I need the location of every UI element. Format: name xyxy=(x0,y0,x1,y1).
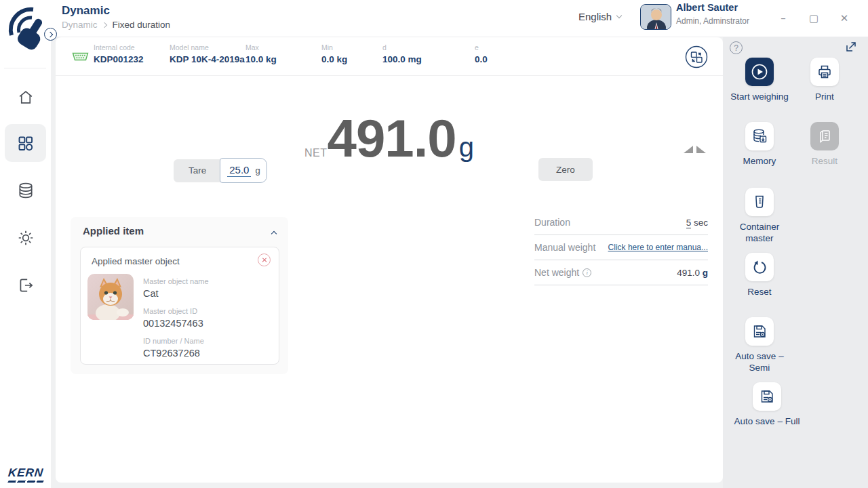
collapse-triangle-right-icon xyxy=(696,146,706,153)
minimize-button[interactable]: – xyxy=(774,9,792,27)
switch-device-button[interactable] xyxy=(685,45,708,68)
app-logo xyxy=(6,4,45,64)
action-label: Result xyxy=(791,156,859,167)
device-info-bar: Internal code KDP001232 Model name KDP 1… xyxy=(56,37,723,76)
logout-icon xyxy=(17,277,35,294)
reset-arrow-icon xyxy=(751,259,768,275)
action-label: Reset xyxy=(726,287,793,298)
tare-unit: g xyxy=(255,165,260,176)
breadcrumb-parent[interactable]: Dynamic xyxy=(62,20,98,30)
kern-brand-text: KERN xyxy=(7,466,44,480)
close-button[interactable]: ✕ xyxy=(835,9,853,27)
print-tile xyxy=(810,58,839,86)
kern-brand-underline xyxy=(7,481,44,483)
applied-master-object-title: Applied master object xyxy=(92,256,180,266)
beaker-icon xyxy=(751,194,768,210)
breadcrumb: Dynamic Fixed duration xyxy=(62,20,170,30)
expand-panel-button[interactable] xyxy=(845,41,857,56)
device-field-e: e 0.0 xyxy=(475,43,488,64)
action-container-master[interactable]: Container master xyxy=(723,188,796,245)
weight-display-area: NET491.0g xyxy=(56,85,723,200)
action-auto-save-semi[interactable]: Auto save – Semi xyxy=(723,317,796,374)
play-icon xyxy=(751,63,768,81)
net-weight-value: 491.0 xyxy=(677,268,700,278)
save-floppy-icon xyxy=(751,323,768,340)
tare-value[interactable]: 25.0 xyxy=(227,164,251,177)
duration-unit: sec xyxy=(694,218,708,228)
page-title: Dynamic xyxy=(62,4,110,18)
app-window: Dynamic Dynamic Fixed duration English A… xyxy=(0,0,868,488)
device-field-internal-code: Internal code KDP001232 xyxy=(94,43,144,64)
main-content-card: Internal code KDP001232 Model name KDP 1… xyxy=(56,37,723,483)
applied-item-collapse-button[interactable] xyxy=(272,226,276,239)
sidebar-item-apps[interactable] xyxy=(5,124,46,162)
zero-button[interactable]: Zero xyxy=(538,158,593,181)
action-print[interactable]: Print xyxy=(788,58,861,103)
switch-device-icon xyxy=(685,45,708,68)
save-floppy-icon xyxy=(759,388,775,405)
action-memory[interactable]: Memory xyxy=(723,122,796,167)
action-result: Result xyxy=(788,122,861,167)
collapse-display-button[interactable] xyxy=(684,146,706,153)
expand-icon xyxy=(845,41,857,53)
help-button[interactable]: ? xyxy=(730,41,743,54)
header: Dynamic Dynamic Fixed duration English A… xyxy=(51,0,868,37)
language-label: English xyxy=(578,11,612,22)
action-label: Container master xyxy=(726,222,793,245)
chevron-down-icon xyxy=(616,13,622,18)
tare-value-input[interactable]: 25.0 g xyxy=(220,158,267,183)
sidebar-item-home[interactable] xyxy=(5,78,46,116)
device-field-min: Min 0.0 kg xyxy=(321,43,347,64)
action-auto-save-full[interactable]: Auto save – Full xyxy=(723,382,811,428)
chevron-right-icon xyxy=(47,31,52,37)
device-field-model-name: Model name KDP 10K-4-2019a xyxy=(170,43,245,64)
apps-grid-icon xyxy=(16,134,35,152)
user-name: Albert Sauter xyxy=(676,2,738,13)
tare-control: Tare 25.0 g xyxy=(174,158,267,183)
maximize-button[interactable]: ▢ xyxy=(805,9,823,27)
home-icon xyxy=(17,89,35,106)
auto-save-full-tile xyxy=(753,382,781,411)
manual-weight-link[interactable]: Click here to enter manua... xyxy=(608,243,708,252)
duration-row: Duration 5 sec xyxy=(534,210,708,235)
info-icon[interactable]: i xyxy=(583,268,591,277)
sidebar-item-database[interactable] xyxy=(5,171,46,209)
net-weight-unit: g xyxy=(703,268,708,278)
applied-item-panel: Applied item Applied master object xyxy=(71,217,288,374)
weight-value: 491.0 xyxy=(328,112,456,165)
master-object-name-field: Master object name Cat xyxy=(143,277,209,299)
manual-weight-row: Manual weight Click here to enter manua.… xyxy=(534,235,708,260)
avatar[interactable] xyxy=(640,4,671,30)
language-selector[interactable]: English xyxy=(578,11,621,22)
breadcrumb-current: Fixed duration xyxy=(113,20,171,30)
settings-fields: Duration 5 sec Manual weight Click here … xyxy=(534,210,708,285)
auto-save-semi-tile xyxy=(745,317,774,346)
id-number-name-field: ID number / Name CT92637268 xyxy=(143,337,204,359)
touch-hand-logo-icon xyxy=(6,4,45,64)
tare-button[interactable]: Tare xyxy=(174,159,222,182)
kern-brand-logo: KERN xyxy=(8,466,43,483)
settings-gear-icon xyxy=(17,229,35,247)
container-master-tile xyxy=(745,188,774,216)
device-field-max: Max 10.0 kg xyxy=(245,43,277,64)
breadcrumb-separator-icon xyxy=(101,22,106,27)
sidebar-expand-button[interactable] xyxy=(44,28,57,41)
net-weight-label: Net weight xyxy=(534,267,579,278)
device-field-d: d 100.0 mg xyxy=(382,43,422,64)
net-weight-value-group: 491.0 g xyxy=(677,268,708,278)
master-object-photo xyxy=(87,274,134,320)
action-label: Memory xyxy=(726,156,793,167)
action-reset[interactable]: Reset xyxy=(723,253,796,298)
action-label: Auto save – Semi xyxy=(726,351,793,374)
reset-tile xyxy=(745,253,774,281)
vga-connector-icon xyxy=(72,51,89,65)
action-start-weighing[interactable]: Start weighing xyxy=(723,58,796,103)
duration-value-input[interactable]: 5 xyxy=(686,218,692,228)
sidebar-item-logout[interactable] xyxy=(5,266,46,304)
sidebar-item-settings[interactable] xyxy=(5,219,46,257)
start-weighing-tile xyxy=(745,58,774,86)
action-label: Print xyxy=(791,92,859,103)
remove-applied-object-button[interactable] xyxy=(258,253,271,266)
memory-tile xyxy=(745,122,774,150)
master-object-id-field: Master object ID 00132457463 xyxy=(143,307,203,329)
